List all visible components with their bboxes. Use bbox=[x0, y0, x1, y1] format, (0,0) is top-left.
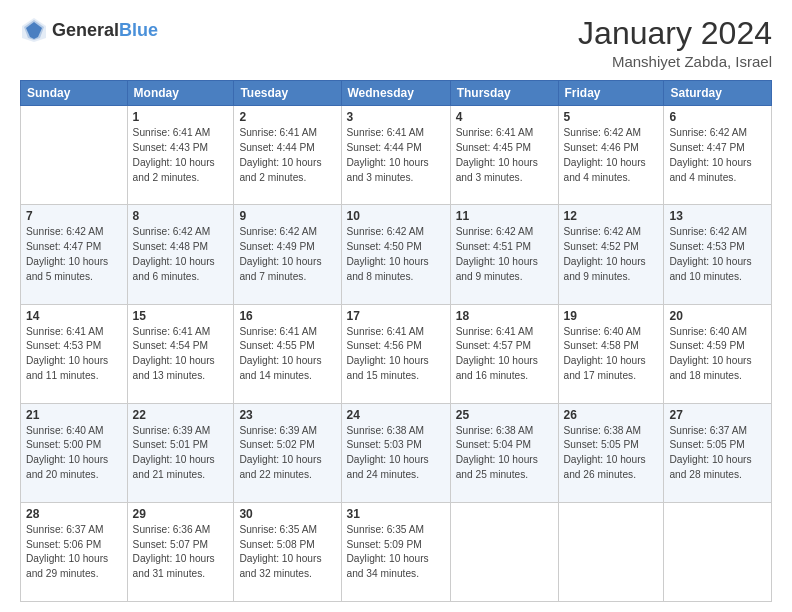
day-number: 27 bbox=[669, 408, 766, 422]
logo-general: General bbox=[52, 20, 119, 40]
cell-w4-d0: 28Sunrise: 6:37 AMSunset: 5:06 PMDayligh… bbox=[21, 502, 128, 601]
day-info: Sunrise: 6:42 AMSunset: 4:52 PMDaylight:… bbox=[564, 225, 659, 284]
col-saturday: Saturday bbox=[664, 81, 772, 106]
cell-w2-d2: 16Sunrise: 6:41 AMSunset: 4:55 PMDayligh… bbox=[234, 304, 341, 403]
day-number: 24 bbox=[347, 408, 445, 422]
day-info: Sunrise: 6:41 AMSunset: 4:44 PMDaylight:… bbox=[347, 126, 445, 185]
day-info: Sunrise: 6:42 AMSunset: 4:49 PMDaylight:… bbox=[239, 225, 335, 284]
logo-blue: Blue bbox=[119, 20, 158, 40]
cell-w3-d2: 23Sunrise: 6:39 AMSunset: 5:02 PMDayligh… bbox=[234, 403, 341, 502]
cell-w4-d5 bbox=[558, 502, 664, 601]
cell-w0-d6: 6Sunrise: 6:42 AMSunset: 4:47 PMDaylight… bbox=[664, 106, 772, 205]
cell-w0-d3: 3Sunrise: 6:41 AMSunset: 4:44 PMDaylight… bbox=[341, 106, 450, 205]
col-sunday: Sunday bbox=[21, 81, 128, 106]
day-info: Sunrise: 6:40 AMSunset: 5:00 PMDaylight:… bbox=[26, 424, 122, 483]
day-info: Sunrise: 6:36 AMSunset: 5:07 PMDaylight:… bbox=[133, 523, 229, 582]
day-info: Sunrise: 6:40 AMSunset: 4:58 PMDaylight:… bbox=[564, 325, 659, 384]
day-number: 6 bbox=[669, 110, 766, 124]
day-number: 3 bbox=[347, 110, 445, 124]
cell-w4-d1: 29Sunrise: 6:36 AMSunset: 5:07 PMDayligh… bbox=[127, 502, 234, 601]
day-number: 28 bbox=[26, 507, 122, 521]
cell-w3-d3: 24Sunrise: 6:38 AMSunset: 5:03 PMDayligh… bbox=[341, 403, 450, 502]
day-number: 17 bbox=[347, 309, 445, 323]
day-info: Sunrise: 6:42 AMSunset: 4:48 PMDaylight:… bbox=[133, 225, 229, 284]
week-row-1: 7Sunrise: 6:42 AMSunset: 4:47 PMDaylight… bbox=[21, 205, 772, 304]
day-info: Sunrise: 6:41 AMSunset: 4:53 PMDaylight:… bbox=[26, 325, 122, 384]
cell-w3-d5: 26Sunrise: 6:38 AMSunset: 5:05 PMDayligh… bbox=[558, 403, 664, 502]
cell-w1-d4: 11Sunrise: 6:42 AMSunset: 4:51 PMDayligh… bbox=[450, 205, 558, 304]
day-info: Sunrise: 6:41 AMSunset: 4:56 PMDaylight:… bbox=[347, 325, 445, 384]
day-number: 13 bbox=[669, 209, 766, 223]
day-number: 4 bbox=[456, 110, 553, 124]
cell-w0-d4: 4Sunrise: 6:41 AMSunset: 4:45 PMDaylight… bbox=[450, 106, 558, 205]
day-info: Sunrise: 6:41 AMSunset: 4:55 PMDaylight:… bbox=[239, 325, 335, 384]
cell-w4-d3: 31Sunrise: 6:35 AMSunset: 5:09 PMDayligh… bbox=[341, 502, 450, 601]
day-info: Sunrise: 6:37 AMSunset: 5:05 PMDaylight:… bbox=[669, 424, 766, 483]
day-number: 14 bbox=[26, 309, 122, 323]
day-info: Sunrise: 6:42 AMSunset: 4:50 PMDaylight:… bbox=[347, 225, 445, 284]
logo-icon bbox=[20, 16, 48, 44]
day-info: Sunrise: 6:42 AMSunset: 4:53 PMDaylight:… bbox=[669, 225, 766, 284]
logo: GeneralBlue bbox=[20, 16, 158, 44]
day-number: 2 bbox=[239, 110, 335, 124]
day-info: Sunrise: 6:39 AMSunset: 5:02 PMDaylight:… bbox=[239, 424, 335, 483]
cell-w0-d5: 5Sunrise: 6:42 AMSunset: 4:46 PMDaylight… bbox=[558, 106, 664, 205]
col-tuesday: Tuesday bbox=[234, 81, 341, 106]
day-info: Sunrise: 6:38 AMSunset: 5:05 PMDaylight:… bbox=[564, 424, 659, 483]
day-info: Sunrise: 6:37 AMSunset: 5:06 PMDaylight:… bbox=[26, 523, 122, 582]
cell-w2-d6: 20Sunrise: 6:40 AMSunset: 4:59 PMDayligh… bbox=[664, 304, 772, 403]
day-number: 21 bbox=[26, 408, 122, 422]
day-number: 16 bbox=[239, 309, 335, 323]
header-row: Sunday Monday Tuesday Wednesday Thursday… bbox=[21, 81, 772, 106]
day-number: 5 bbox=[564, 110, 659, 124]
week-row-0: 1Sunrise: 6:41 AMSunset: 4:43 PMDaylight… bbox=[21, 106, 772, 205]
week-row-4: 28Sunrise: 6:37 AMSunset: 5:06 PMDayligh… bbox=[21, 502, 772, 601]
day-number: 12 bbox=[564, 209, 659, 223]
day-number: 23 bbox=[239, 408, 335, 422]
col-wednesday: Wednesday bbox=[341, 81, 450, 106]
day-info: Sunrise: 6:40 AMSunset: 4:59 PMDaylight:… bbox=[669, 325, 766, 384]
cell-w3-d6: 27Sunrise: 6:37 AMSunset: 5:05 PMDayligh… bbox=[664, 403, 772, 502]
month-title: January 2024 bbox=[578, 16, 772, 51]
day-number: 7 bbox=[26, 209, 122, 223]
day-info: Sunrise: 6:38 AMSunset: 5:03 PMDaylight:… bbox=[347, 424, 445, 483]
cell-w3-d0: 21Sunrise: 6:40 AMSunset: 5:00 PMDayligh… bbox=[21, 403, 128, 502]
day-number: 25 bbox=[456, 408, 553, 422]
day-number: 29 bbox=[133, 507, 229, 521]
header: GeneralBlue January 2024 Manshiyet Zabda… bbox=[20, 16, 772, 70]
day-info: Sunrise: 6:42 AMSunset: 4:51 PMDaylight:… bbox=[456, 225, 553, 284]
cell-w0-d2: 2Sunrise: 6:41 AMSunset: 4:44 PMDaylight… bbox=[234, 106, 341, 205]
day-number: 26 bbox=[564, 408, 659, 422]
day-number: 19 bbox=[564, 309, 659, 323]
day-info: Sunrise: 6:35 AMSunset: 5:08 PMDaylight:… bbox=[239, 523, 335, 582]
day-number: 22 bbox=[133, 408, 229, 422]
day-info: Sunrise: 6:41 AMSunset: 4:43 PMDaylight:… bbox=[133, 126, 229, 185]
cell-w4-d4 bbox=[450, 502, 558, 601]
day-number: 8 bbox=[133, 209, 229, 223]
day-info: Sunrise: 6:35 AMSunset: 5:09 PMDaylight:… bbox=[347, 523, 445, 582]
day-info: Sunrise: 6:38 AMSunset: 5:04 PMDaylight:… bbox=[456, 424, 553, 483]
cell-w2-d1: 15Sunrise: 6:41 AMSunset: 4:54 PMDayligh… bbox=[127, 304, 234, 403]
cell-w1-d5: 12Sunrise: 6:42 AMSunset: 4:52 PMDayligh… bbox=[558, 205, 664, 304]
title-section: January 2024 Manshiyet Zabda, Israel bbox=[578, 16, 772, 70]
day-info: Sunrise: 6:42 AMSunset: 4:47 PMDaylight:… bbox=[669, 126, 766, 185]
cell-w1-d3: 10Sunrise: 6:42 AMSunset: 4:50 PMDayligh… bbox=[341, 205, 450, 304]
day-info: Sunrise: 6:41 AMSunset: 4:57 PMDaylight:… bbox=[456, 325, 553, 384]
cell-w3-d1: 22Sunrise: 6:39 AMSunset: 5:01 PMDayligh… bbox=[127, 403, 234, 502]
col-friday: Friday bbox=[558, 81, 664, 106]
logo-text: GeneralBlue bbox=[52, 20, 158, 41]
day-number: 11 bbox=[456, 209, 553, 223]
cell-w1-d6: 13Sunrise: 6:42 AMSunset: 4:53 PMDayligh… bbox=[664, 205, 772, 304]
cell-w0-d0 bbox=[21, 106, 128, 205]
day-number: 18 bbox=[456, 309, 553, 323]
day-info: Sunrise: 6:41 AMSunset: 4:44 PMDaylight:… bbox=[239, 126, 335, 185]
calendar-page: GeneralBlue January 2024 Manshiyet Zabda… bbox=[0, 0, 792, 612]
day-info: Sunrise: 6:41 AMSunset: 4:45 PMDaylight:… bbox=[456, 126, 553, 185]
day-info: Sunrise: 6:41 AMSunset: 4:54 PMDaylight:… bbox=[133, 325, 229, 384]
cell-w4-d6 bbox=[664, 502, 772, 601]
day-number: 15 bbox=[133, 309, 229, 323]
day-number: 1 bbox=[133, 110, 229, 124]
day-number: 9 bbox=[239, 209, 335, 223]
cell-w1-d0: 7Sunrise: 6:42 AMSunset: 4:47 PMDaylight… bbox=[21, 205, 128, 304]
day-number: 20 bbox=[669, 309, 766, 323]
